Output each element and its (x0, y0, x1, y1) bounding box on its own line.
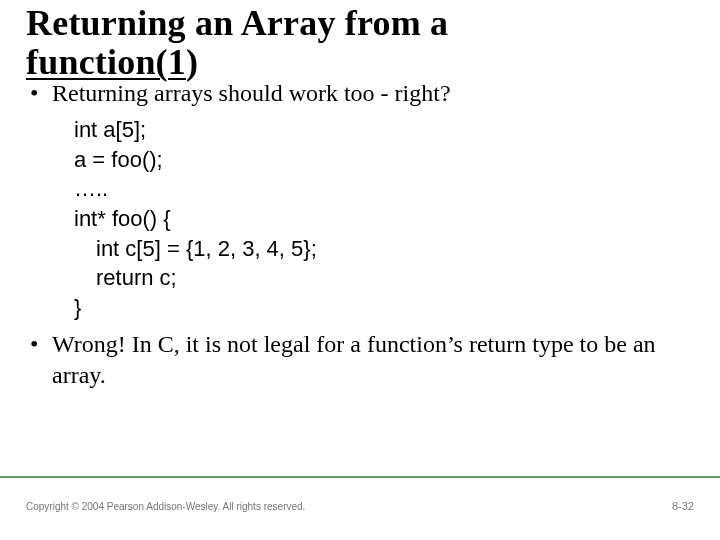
footer-divider (0, 476, 720, 478)
bullet-list: Wrong! In C, it is not legal for a funct… (26, 329, 694, 391)
bullet-item: Returning arrays should work too - right… (26, 78, 694, 109)
code-line: int a[5]; (74, 117, 146, 142)
title-line2-suffix: ) (186, 42, 198, 82)
copyright-text: Copyright © 2004 Pearson Addison-Wesley.… (26, 501, 305, 512)
code-block: int a[5]; a = foo(); ….. int* foo() { in… (74, 115, 694, 323)
code-line: int c[5] = {1, 2, 3, 4, 5}; (74, 236, 317, 261)
page-number: 8-32 (672, 500, 694, 512)
slide: Returning an Array from a function(1) Re… (0, 0, 720, 540)
code-line: a = foo(); (74, 147, 163, 172)
slide-body: Returning arrays should work too - right… (26, 78, 694, 391)
slide-title: Returning an Array from a function(1) (26, 4, 694, 82)
code-line: ….. (74, 176, 108, 201)
title-line1: Returning an Array from a (26, 3, 448, 43)
bullet-text: Wrong! In C, it is not legal for a funct… (52, 331, 656, 388)
code-line: } (74, 295, 81, 320)
bullet-text: Returning arrays should work too - right… (52, 80, 451, 106)
bullet-list: Returning arrays should work too - right… (26, 78, 694, 109)
code-line: int* foo() { (74, 206, 171, 231)
bullet-item: Wrong! In C, it is not legal for a funct… (26, 329, 694, 391)
code-line: return c; (74, 265, 177, 290)
title-line2-prefix: function(1 (26, 42, 186, 82)
